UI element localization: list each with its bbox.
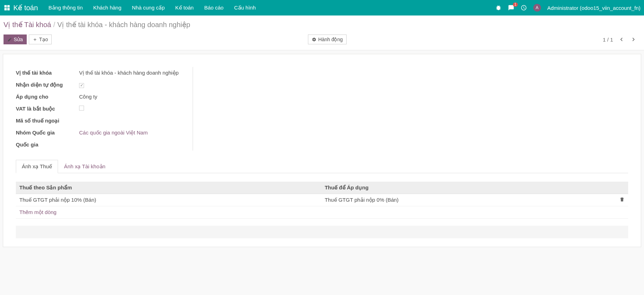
pager-next[interactable] <box>630 36 637 43</box>
tax-mapping-table: Thuế theo Sản phẩm Thuế để Áp dụng Thuế … <box>16 182 628 238</box>
user-label[interactable]: Administrator (odoo15_viin_account_fn) <box>547 5 640 11</box>
table-row[interactable]: Thuế GTGT phải nộp 10% (Bán) Thuế GTGT p… <box>16 194 628 206</box>
col-actions <box>616 182 628 194</box>
form-sheet: Vị thế tài khóa Vị thế tài khóa - khách … <box>3 54 641 247</box>
nav-item-vendors[interactable]: Nhà cung cấp <box>132 5 165 11</box>
action-button-label: Hành động <box>318 37 343 42</box>
create-button-label: Tạo <box>39 37 48 42</box>
checkbox-vat-required <box>79 106 84 111</box>
table-add-row[interactable]: Thêm một dòng <box>16 206 628 219</box>
nav-item-accounting[interactable]: Kế toán <box>175 5 194 11</box>
field-foreign-tax-id: Mã số thuế ngoại <box>16 115 179 127</box>
svg-rect-0 <box>5 5 7 8</box>
tab-tax-mapping[interactable]: Ánh xạ Thuế <box>16 160 58 173</box>
svg-rect-3 <box>7 8 10 11</box>
app-title[interactable]: Kế toán <box>13 4 38 12</box>
field-fiscal-position: Vị thế tài khóa Vị thế tài khóa - khách … <box>16 67 179 79</box>
pencil-icon <box>7 37 12 42</box>
row-delete[interactable] <box>616 194 628 206</box>
chevron-right-icon <box>630 36 637 43</box>
table-footer-spacer <box>16 226 628 238</box>
avatar[interactable]: A <box>533 4 541 12</box>
cell-tax-src: Thuế GTGT phải nộp 10% (Bán) <box>16 194 321 206</box>
label-apply-to: Áp dụng cho <box>16 94 79 100</box>
pager-label: 1 / 1 <box>603 37 613 43</box>
nav-item-config[interactable]: Cấu hình <box>234 5 256 11</box>
tab-account-mapping[interactable]: Ánh xạ Tài khoản <box>58 160 111 173</box>
value-apply-to: Công ty <box>79 94 97 100</box>
add-line-link[interactable]: Thêm một dòng <box>19 209 57 215</box>
field-auto-detect: Nhận diện tự động <box>16 79 179 91</box>
chat-badge: 1 <box>513 2 518 7</box>
apps-icon[interactable] <box>4 4 11 11</box>
label-fiscal-position: Vị thế tài khóa <box>16 70 79 76</box>
control-panel: Vị thế Tài khoá / Vị thế tài khóa - khác… <box>0 15 644 50</box>
nav-right: 1 A Administrator (odoo15_viin_account_f… <box>495 4 640 12</box>
pager-prev[interactable] <box>618 36 625 43</box>
value-country-group[interactable]: Các quốc gia ngoài Việt Nam <box>79 130 148 136</box>
create-button[interactable]: Tạo <box>29 34 52 44</box>
field-vat-required: VAT là bắt buộc <box>16 103 179 115</box>
nav-item-customers[interactable]: Khách hàng <box>93 5 121 11</box>
trash-icon <box>619 197 625 202</box>
bug-icon[interactable] <box>495 5 502 11</box>
value-fiscal-position: Vị thế tài khóa - khách hàng doanh nghiệ… <box>79 70 179 76</box>
edit-button[interactable]: Sửa <box>4 34 27 44</box>
tabs: Ánh xạ Thuế Ánh xạ Tài khoản <box>16 160 628 173</box>
label-country-group: Nhóm Quốc gia <box>16 130 79 136</box>
nav-item-reports[interactable]: Báo cáo <box>204 5 224 11</box>
col-tax-on-product: Thuế theo Sản phẩm <box>16 182 321 194</box>
plus-icon <box>33 37 37 42</box>
edit-button-label: Sửa <box>14 37 23 42</box>
top-nav: Kế toán Bảng thông tin Khách hàng Nhà cu… <box>0 0 644 15</box>
breadcrumb-link[interactable]: Vị thế Tài khoá <box>4 20 51 29</box>
field-apply-to: Áp dụng cho Công ty <box>16 91 179 103</box>
svg-rect-2 <box>5 8 7 11</box>
col-tax-to-apply: Thuế để Áp dụng <box>321 182 616 194</box>
svg-rect-1 <box>7 5 10 8</box>
breadcrumb-current: Vị thế tài khóa - khách hàng doanh nghiệ… <box>57 20 190 29</box>
cell-tax-dst: Thuế GTGT phải nộp 0% (Bán) <box>321 194 616 206</box>
field-country-group: Nhóm Quốc gia Các quốc gia ngoài Việt Na… <box>16 127 179 139</box>
pager: 1 / 1 <box>603 36 637 43</box>
clock-icon[interactable] <box>521 5 527 11</box>
nav-menu: Bảng thông tin Khách hàng Nhà cung cấp K… <box>49 5 495 11</box>
nav-item-dashboard[interactable]: Bảng thông tin <box>49 5 83 11</box>
gear-icon <box>312 37 316 42</box>
checkbox-auto-detect <box>79 83 84 88</box>
label-auto-detect: Nhận diện tự động <box>16 82 79 88</box>
field-country: Quốc gia <box>16 139 179 151</box>
label-foreign-tax-id: Mã số thuế ngoại <box>16 118 79 124</box>
label-country: Quốc gia <box>16 142 79 148</box>
chevron-left-icon <box>618 36 625 43</box>
label-vat-required: VAT là bắt buộc <box>16 106 79 112</box>
chat-icon[interactable]: 1 <box>508 5 514 11</box>
breadcrumb-separator: / <box>53 21 55 29</box>
form-container: Vị thế tài khóa Vị thế tài khóa - khách … <box>0 50 644 251</box>
action-button[interactable]: Hành động <box>308 34 347 44</box>
breadcrumb: Vị thế Tài khoá / Vị thế tài khóa - khác… <box>4 20 637 29</box>
